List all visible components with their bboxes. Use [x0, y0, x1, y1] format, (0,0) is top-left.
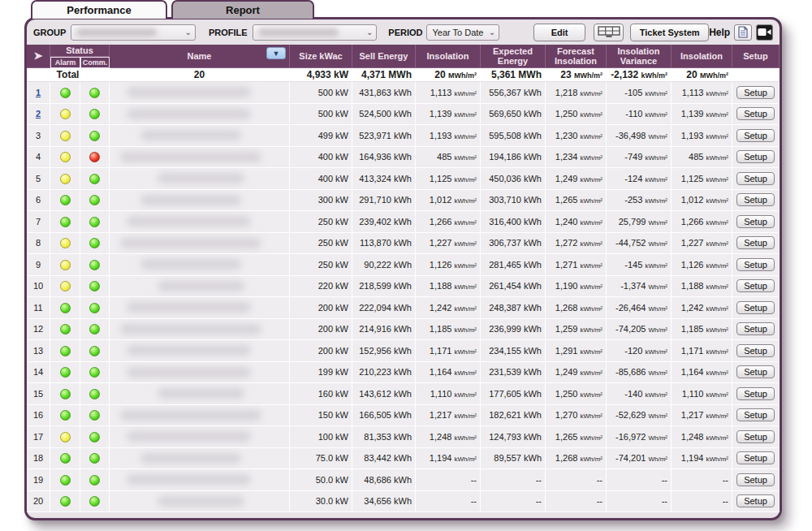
- cell-unit: kWh/m²: [706, 434, 728, 442]
- insolation-variance-cell: 25,799 Wh/m²: [607, 211, 672, 233]
- sell-energy-cell: 48,686 kWh: [352, 469, 416, 491]
- setup-button[interactable]: Setup: [736, 150, 775, 163]
- setup-button[interactable]: Setup: [736, 279, 775, 292]
- setup-button[interactable]: Setup: [736, 322, 775, 335]
- sell-energy-cell: 81,353 kWh: [352, 426, 416, 448]
- layout-grid-button[interactable]: [594, 24, 624, 41]
- tab-report[interactable]: Report: [171, 0, 314, 19]
- alarm-status-light-green: [60, 324, 71, 335]
- setup-cell: Setup: [732, 82, 780, 104]
- setup-button[interactable]: Setup: [736, 107, 775, 120]
- performance-table: ➤ Status Name ▼ Size kWac Sell Energy In…: [27, 45, 780, 512]
- setup-button[interactable]: Setup: [736, 473, 775, 486]
- alarm-status-cell: [50, 125, 80, 147]
- setup-button[interactable]: Setup: [736, 215, 775, 228]
- cell-unit: kWh/m²: [580, 240, 603, 248]
- table-row: 1875.0 kW83,442 kWh1,194 kWh/m²89,557 kW…: [27, 448, 780, 470]
- insolation-cell: 1,171 kWh/m²: [416, 340, 481, 362]
- period-select[interactable]: Year To Date ⌄: [426, 24, 499, 41]
- ticket-system-button[interactable]: Ticket System: [630, 24, 709, 41]
- video-camera-icon: [758, 28, 771, 37]
- forecast-insolation-cell: 1,249 kWh/m²: [546, 362, 607, 384]
- tab-performance[interactable]: Performance: [31, 0, 167, 19]
- setup-cell: Setup: [732, 190, 780, 212]
- setup-button[interactable]: Setup: [736, 258, 775, 271]
- cell-unit: kWh/m²: [454, 111, 477, 119]
- sell-energy-header: Sell Energy: [352, 45, 416, 68]
- cell-value: 1,194: [681, 453, 704, 463]
- insolation-cell: 1,248 kWh/m²: [416, 426, 481, 448]
- row-number-link[interactable]: 2: [36, 109, 41, 119]
- row-number[interactable]: 2: [27, 104, 50, 126]
- profile-select[interactable]: ⌄: [253, 24, 378, 41]
- row-number-link[interactable]: 1: [36, 88, 41, 97]
- cell-value: -36,498: [615, 131, 646, 140]
- cell-value: 1,125: [430, 174, 452, 183]
- size-cell: 250 kW: [290, 254, 352, 276]
- cell-value: 1,291: [555, 346, 578, 356]
- comm-status-cell: [80, 82, 110, 104]
- total-insolation-variance: -2,132 kWh/m²: [607, 68, 672, 82]
- cell-value: 1,193: [681, 131, 704, 140]
- site-name-cell: [110, 104, 290, 126]
- cell-value: -52,629: [615, 410, 646, 420]
- insolation-variance-cell: -124 kWh/m²: [607, 168, 672, 190]
- setup-button[interactable]: Setup: [736, 129, 775, 142]
- expected-energy-cell: --: [481, 491, 546, 513]
- setup-button[interactable]: Setup: [736, 494, 775, 507]
- cell-value: --: [662, 496, 667, 506]
- insolation-cell: 1,113 kWh/m²: [416, 82, 481, 104]
- setup-button[interactable]: Setup: [736, 430, 775, 443]
- row-number: 17: [27, 426, 50, 448]
- alarm-status-light-yellow: [60, 238, 71, 248]
- setup-button[interactable]: Setup: [736, 344, 775, 357]
- cell-unit: Wh/m²: [648, 240, 667, 248]
- edit-button[interactable]: Edit: [533, 24, 585, 41]
- alarm-status-cell: [50, 469, 80, 491]
- comm-status-light-green: [89, 174, 100, 184]
- cell-unit: kWh/m²: [454, 305, 477, 313]
- size-cell: 500 kW: [290, 104, 352, 126]
- setup-button[interactable]: Setup: [736, 365, 775, 378]
- setup-button[interactable]: Setup: [736, 387, 775, 400]
- forecast-insolation-cell: 1,234 kWh/m²: [546, 147, 607, 169]
- insolation-cell: 1,185 kWh/m²: [416, 319, 481, 341]
- site-name-redacted: [120, 324, 262, 335]
- comm-status-light-green: [89, 346, 100, 356]
- insolation2-header: Insolation: [672, 45, 732, 68]
- sell-energy-cell: 34,656 kWh: [352, 491, 416, 513]
- cell-value: 1,171: [430, 346, 452, 356]
- expected-energy-cell: 194,186 kWh: [481, 147, 546, 169]
- expected-energy-cell: 261,454 kWh: [481, 276, 546, 298]
- cell-value: 1,242: [430, 303, 452, 313]
- comm-status-cell: [80, 405, 110, 427]
- cell-value: 1,190: [555, 281, 578, 291]
- setup-button[interactable]: Setup: [736, 236, 775, 249]
- cell-unit: Wh/m²: [648, 133, 667, 140]
- cell-unit: kWh/m²: [454, 262, 477, 270]
- video-camera-button[interactable]: [756, 24, 773, 41]
- forecast-insolation-cell: 1,265 kWh/m²: [546, 190, 607, 212]
- cell-unit: kWh/m²: [645, 111, 667, 119]
- setup-button[interactable]: Setup: [736, 301, 775, 314]
- insolation-cell: 1,126 kWh/m²: [416, 254, 481, 276]
- insolation-variance-cell: -44,752 Wh/m²: [607, 233, 672, 255]
- row-number: 12: [27, 319, 50, 341]
- setup-cell: Setup: [732, 469, 780, 491]
- setup-button[interactable]: Setup: [736, 86, 775, 99]
- row-number[interactable]: 1: [27, 82, 50, 104]
- insolation-cell: 1,164 kWh/m²: [416, 362, 481, 384]
- cell-unit: kWh/m²: [454, 283, 477, 291]
- help-document-button[interactable]: [734, 24, 751, 41]
- row-number: 3: [27, 125, 50, 147]
- group-select[interactable]: ⌄: [71, 24, 196, 41]
- setup-button[interactable]: Setup: [736, 408, 775, 421]
- table-row: 1500 kW431,863 kWh1,113 kWh/m²556,367 kW…: [27, 82, 780, 104]
- setup-button[interactable]: Setup: [736, 172, 775, 185]
- setup-button[interactable]: Setup: [736, 193, 775, 206]
- comm-status-cell: [80, 297, 110, 319]
- alarm-status-light-green: [60, 367, 71, 378]
- setup-button[interactable]: Setup: [736, 451, 775, 464]
- alarm-status-cell: [50, 147, 80, 169]
- name-sort-dropdown[interactable]: ▼: [266, 47, 286, 59]
